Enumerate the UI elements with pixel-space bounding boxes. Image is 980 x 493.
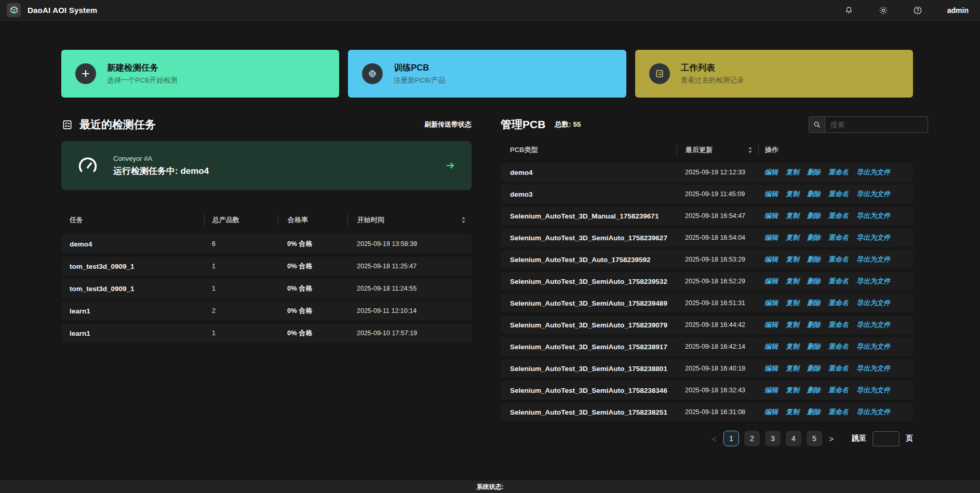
delete-link[interactable]: 删除 [807, 320, 821, 330]
export-link[interactable]: 导出为文件 [856, 211, 890, 221]
export-link[interactable]: 导出为文件 [856, 407, 890, 417]
new-inspection-task-card[interactable]: 新建检测任务 选择一个PCB开始检测 [61, 50, 339, 98]
export-link[interactable]: 导出为文件 [856, 255, 890, 264]
pagination-prev-button[interactable]: < [707, 434, 721, 443]
pagination-page-button[interactable]: 5 [807, 431, 822, 446]
rename-link[interactable]: 重命名 [828, 298, 849, 308]
rename-link[interactable]: 重命名 [828, 364, 849, 373]
rename-link[interactable]: 重命名 [828, 386, 849, 395]
delete-link[interactable]: 删除 [807, 386, 821, 395]
table-row[interactable]: Selenium_AutoTest_3D_SemiAuto_1758238251… [501, 403, 913, 421]
table-row[interactable]: Selenium_AutoTest_3D_SemiAuto_1758239627… [501, 228, 913, 247]
delete-link[interactable]: 删除 [807, 342, 821, 351]
pagination-page-button[interactable]: 2 [744, 431, 760, 446]
edit-link[interactable]: 编辑 [764, 189, 778, 199]
table-row[interactable]: Selenium_AutoTest_3D_SemiAuto_1758238801… [501, 359, 913, 378]
edit-link[interactable]: 编辑 [764, 407, 778, 417]
edit-link[interactable]: 编辑 [764, 255, 778, 264]
table-row[interactable]: Selenium_AutoTest_3D_SemiAuto_1758238917… [501, 337, 913, 356]
delete-link[interactable]: 删除 [807, 255, 821, 264]
table-row[interactable]: Selenium_AutoTest_3D_SemiAuto_1758239532… [501, 272, 913, 291]
refresh-conveyor-link[interactable]: 刷新传送带状态 [424, 120, 472, 129]
copy-link[interactable]: 复制 [786, 255, 799, 264]
export-link[interactable]: 导出为文件 [856, 168, 890, 177]
settings-gear-icon[interactable] [879, 6, 888, 15]
search-input[interactable] [825, 116, 928, 133]
table-row[interactable]: Selenium_AutoTest_3D_SemiAuto_1758239079… [501, 316, 913, 334]
user-menu[interactable]: admin [947, 6, 969, 15]
pagination-page-button[interactable]: 1 [723, 431, 739, 446]
table-row[interactable]: learn110% 合格2025-09-10 17:57:19 [61, 324, 472, 343]
pagination-page-button[interactable]: 3 [765, 431, 781, 446]
copy-link[interactable]: 复制 [786, 364, 799, 373]
copy-link[interactable]: 复制 [786, 168, 799, 177]
table-row[interactable]: Selenium_AutoTest_3D_SemiAuto_1758238346… [501, 381, 913, 400]
delete-link[interactable]: 删除 [807, 298, 821, 308]
rename-link[interactable]: 重命名 [828, 233, 849, 242]
copy-link[interactable]: 复制 [786, 211, 799, 221]
delete-link[interactable]: 删除 [807, 211, 821, 221]
rename-link[interactable]: 重命名 [828, 211, 849, 221]
edit-link[interactable]: 编辑 [764, 320, 778, 330]
rename-link[interactable]: 重命名 [828, 277, 849, 286]
copy-link[interactable]: 复制 [786, 342, 799, 351]
copy-link[interactable]: 复制 [786, 320, 799, 330]
edit-link[interactable]: 编辑 [764, 277, 778, 286]
delete-link[interactable]: 删除 [807, 364, 821, 373]
table-row[interactable]: tom_test3d_0909_110% 合格2025-09-18 11:25:… [61, 257, 472, 276]
edit-link[interactable]: 编辑 [764, 298, 778, 308]
sort-icon[interactable] [747, 146, 753, 154]
delete-link[interactable]: 删除 [807, 407, 821, 417]
copy-link[interactable]: 复制 [786, 277, 799, 286]
export-link[interactable]: 导出为文件 [856, 342, 890, 351]
notifications-bell-icon[interactable] [844, 6, 854, 15]
export-link[interactable]: 导出为文件 [856, 364, 890, 373]
table-row[interactable]: demo460% 合格2025-09-19 13:58:39 [61, 235, 472, 253]
rename-link[interactable]: 重命名 [828, 255, 849, 264]
copy-link[interactable]: 复制 [786, 189, 799, 199]
delete-link[interactable]: 删除 [807, 277, 821, 286]
copy-link[interactable]: 复制 [786, 233, 799, 242]
rename-link[interactable]: 重命名 [828, 189, 849, 199]
copy-link[interactable]: 复制 [786, 298, 799, 308]
table-row[interactable]: tom_test3d_0909_110% 合格2025-09-18 11:24:… [61, 279, 472, 298]
rename-link[interactable]: 重命名 [828, 168, 849, 177]
table-row[interactable]: Selenium_AutoTest_3D_SemiAuto_1758239489… [501, 294, 913, 312]
help-icon[interactable] [913, 6, 922, 15]
pcb-actions-cell: 编辑复制删除重命名导出为文件 [758, 407, 913, 417]
edit-link[interactable]: 编辑 [764, 168, 778, 177]
work-list-card[interactable]: 工作列表 查看过去的检测记录 [635, 50, 913, 98]
edit-link[interactable]: 编辑 [764, 386, 778, 395]
export-link[interactable]: 导出为文件 [856, 386, 890, 395]
train-pcb-card[interactable]: 训练PCB 注册新PCB/产品 [348, 50, 626, 98]
edit-link[interactable]: 编辑 [764, 233, 778, 242]
export-link[interactable]: 导出为文件 [856, 233, 890, 242]
search-icon[interactable] [809, 116, 825, 133]
edit-link[interactable]: 编辑 [764, 364, 778, 373]
delete-link[interactable]: 删除 [807, 233, 821, 242]
rename-link[interactable]: 重命名 [828, 407, 849, 417]
table-row[interactable]: learn120% 合格2025-09-11 12:10:14 [61, 302, 472, 320]
jump-page-input[interactable] [872, 431, 900, 446]
delete-link[interactable]: 删除 [807, 168, 821, 177]
export-link[interactable]: 导出为文件 [856, 298, 890, 308]
export-link[interactable]: 导出为文件 [856, 189, 890, 199]
pagination-page-button[interactable]: 4 [786, 431, 801, 446]
pagination-next-button[interactable]: > [825, 434, 838, 443]
edit-link[interactable]: 编辑 [764, 342, 778, 351]
rename-link[interactable]: 重命名 [828, 342, 849, 351]
table-row[interactable]: Selenium_AutoTest_3D_Manual_175823967120… [501, 207, 913, 225]
copy-link[interactable]: 复制 [786, 407, 799, 417]
rename-link[interactable]: 重命名 [828, 320, 849, 330]
sort-icon[interactable] [461, 216, 466, 224]
table-row[interactable]: demo42025-09-19 12:12:33编辑复制删除重命名导出为文件 [501, 163, 913, 182]
table-row[interactable]: demo32025-09-19 11:45:09编辑复制删除重命名导出为文件 [501, 185, 913, 203]
copy-link[interactable]: 复制 [786, 386, 799, 395]
arrow-right-icon[interactable] [445, 160, 456, 171]
export-link[interactable]: 导出为文件 [856, 277, 890, 286]
conveyor-status-card[interactable]: Conveyor #A 运行检测任务中: demo4 [61, 141, 472, 190]
export-link[interactable]: 导出为文件 [856, 320, 890, 330]
table-row[interactable]: Selenium_AutoTest_3D_Auto_17582395922025… [501, 250, 913, 269]
edit-link[interactable]: 编辑 [764, 211, 778, 221]
delete-link[interactable]: 删除 [807, 189, 821, 199]
